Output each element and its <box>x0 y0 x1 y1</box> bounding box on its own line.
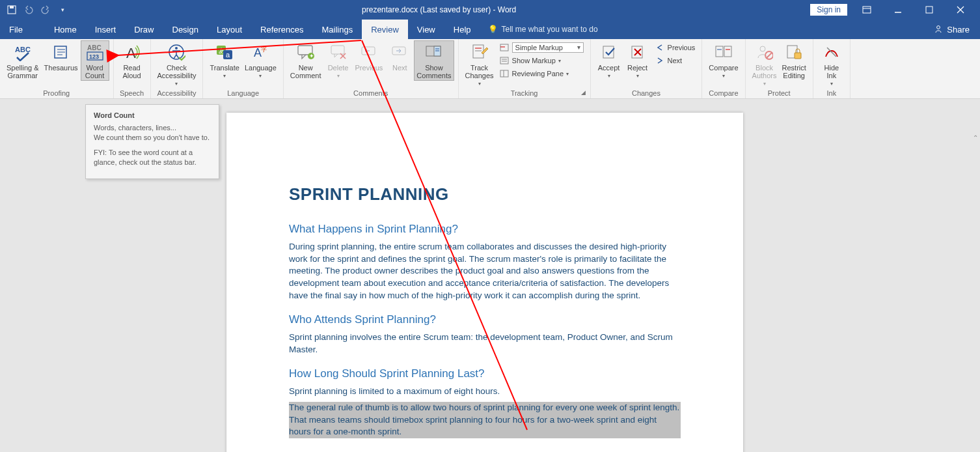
tab-home[interactable]: Home <box>45 20 86 39</box>
tab-design[interactable]: Design <box>163 20 208 39</box>
window-title: prezentare.docx (Last saved by user) - W… <box>68 5 810 14</box>
accessibility-icon <box>167 42 185 63</box>
svg-text:字: 字 <box>261 46 267 53</box>
svg-rect-29 <box>331 46 344 54</box>
dropdown-icon: ▾ <box>722 73 725 79</box>
word-count-icon: ABC123 <box>85 42 105 63</box>
group-language: あa Translate ▾ A字 Language ▾ Language <box>203 39 283 98</box>
share-button[interactable]: Share <box>947 25 970 35</box>
document-area[interactable]: SPRINT PLANNING What Happens in Sprint P… <box>0 99 980 452</box>
tab-mailings[interactable]: Mailings <box>313 20 362 39</box>
tell-me-search[interactable]: 💡 Tell me what you want to do <box>488 20 598 39</box>
next-comment-icon <box>391 42 408 63</box>
tab-insert[interactable]: Insert <box>86 20 126 39</box>
previous-change-button[interactable]: Previous <box>652 42 698 53</box>
thesaurus-button[interactable]: Thesaurus <box>42 40 81 73</box>
tab-layout[interactable]: Layout <box>208 20 251 39</box>
document-page[interactable]: SPRINT PLANNING What Happens in Sprint P… <box>226 113 743 452</box>
restrict-editing-icon <box>785 42 802 63</box>
undo-icon[interactable] <box>23 5 34 15</box>
tab-view[interactable]: View <box>408 20 444 39</box>
svg-text:A: A <box>126 45 136 61</box>
save-icon[interactable] <box>7 5 17 15</box>
svg-text:ABC: ABC <box>15 46 31 53</box>
svg-point-56 <box>760 46 765 51</box>
group-tracking: Track Changes ▾ Simple Markup Show Marku… <box>459 39 591 98</box>
group-protect: Block Authors ▾ Restrict Editing Protect <box>746 39 813 98</box>
language-button[interactable]: A字 Language ▾ <box>242 40 279 80</box>
new-comment-button[interactable]: ✦ New Comment <box>288 40 324 81</box>
hide-ink-button[interactable]: Hide Ink ▾ <box>817 40 846 88</box>
dropdown-icon: ▾ <box>337 73 340 79</box>
tracking-dialog-launcher[interactable]: ◢ <box>581 89 589 97</box>
next-comment-button[interactable]: Next <box>385 40 414 73</box>
tab-draw[interactable]: Draw <box>125 20 163 39</box>
delete-comment-icon <box>330 42 347 63</box>
svg-rect-2 <box>863 7 871 13</box>
doc-heading-1: SPRINT PLANNING <box>289 184 681 205</box>
reject-button[interactable]: Reject ▾ <box>623 40 652 80</box>
svg-rect-43 <box>500 57 508 64</box>
previous-comment-icon <box>361 42 377 63</box>
dropdown-icon: ▾ <box>566 71 569 77</box>
track-changes-button[interactable]: Track Changes ▾ <box>463 40 497 88</box>
svg-point-19 <box>175 47 178 49</box>
reviewing-pane-button[interactable]: Reviewing Pane ▾ <box>497 68 586 79</box>
title-bar: ▾ prezentare.docx (Last saved by user) -… <box>0 0 980 20</box>
svg-rect-41 <box>500 44 508 51</box>
compare-button[interactable]: Compare ▾ <box>706 40 741 80</box>
accept-button[interactable]: Accept ▾ <box>595 40 623 80</box>
svg-rect-1 <box>10 6 14 8</box>
word-count-button[interactable]: ABC123 Word Count <box>81 40 109 81</box>
minimize-icon[interactable] <box>886 0 910 20</box>
maximize-icon[interactable] <box>918 0 941 20</box>
tab-file[interactable]: File <box>0 20 32 39</box>
group-ink: Hide Ink ▾ Ink <box>813 39 851 98</box>
translate-icon: あa <box>215 42 234 63</box>
delete-comment-button[interactable]: Delete ▾ <box>324 40 353 80</box>
svg-rect-5 <box>926 7 932 13</box>
svg-rect-52 <box>716 46 723 57</box>
dropdown-icon: ▾ <box>478 81 481 87</box>
qat-customize-icon[interactable]: ▾ <box>57 5 68 15</box>
check-accessibility-button[interactable]: Check Accessibility ▾ <box>155 40 199 88</box>
tab-review[interactable]: Review <box>362 20 408 39</box>
block-authors-button[interactable]: Block Authors ▾ <box>750 40 780 88</box>
compare-icon <box>715 42 733 63</box>
read-aloud-button[interactable]: A Read Aloud <box>118 40 146 81</box>
dropdown-icon: ▾ <box>259 73 262 79</box>
tab-help[interactable]: Help <box>444 20 480 39</box>
show-comments-button[interactable]: Show Comments <box>414 40 454 81</box>
redo-icon[interactable] <box>40 5 51 15</box>
block-authors-icon <box>756 42 773 63</box>
share-icon <box>934 24 943 35</box>
sign-in-button[interactable]: Sign in <box>810 4 847 16</box>
group-comments: ✦ New Comment Delete ▾ Previous Next Sho… <box>284 39 459 98</box>
show-comments-icon <box>425 42 443 63</box>
translate-button[interactable]: あa Translate ▾ <box>207 40 241 80</box>
show-markup-button[interactable]: Show Markup ▾ <box>497 55 586 66</box>
group-proofing: ABC Spelling & Grammar Thesaurus ABC123 … <box>0 39 114 98</box>
spelling-grammar-button[interactable]: ABC Spelling & Grammar <box>4 40 42 81</box>
doc-heading-2: What Happens in Sprint Planning? <box>289 223 681 236</box>
doc-paragraph: During sprint planning, the entire scrum… <box>289 241 681 302</box>
close-icon[interactable] <box>949 0 972 20</box>
svg-line-58 <box>767 53 772 58</box>
group-changes: Accept ▾ Reject ▾ Previous Next Changes <box>591 39 703 98</box>
markup-mode-select[interactable]: Simple Markup <box>497 42 586 53</box>
group-label-tracking: Tracking <box>463 89 586 98</box>
tab-references[interactable]: References <box>251 20 312 39</box>
read-aloud-icon: A <box>124 42 141 63</box>
group-label-changes: Changes <box>595 89 698 98</box>
svg-rect-48 <box>603 46 614 58</box>
next-change-button[interactable]: Next <box>652 55 698 66</box>
dropdown-icon: ▾ <box>175 81 178 87</box>
accept-icon <box>601 42 617 63</box>
group-label-compare: Compare <box>706 89 741 98</box>
group-label-comments: Comments <box>288 89 454 98</box>
svg-rect-46 <box>500 70 508 77</box>
group-label-proofing: Proofing <box>4 89 109 98</box>
ribbon-display-options-icon[interactable] <box>855 0 878 20</box>
previous-comment-button[interactable]: Previous <box>353 40 386 73</box>
restrict-editing-button[interactable]: Restrict Editing <box>780 40 809 81</box>
